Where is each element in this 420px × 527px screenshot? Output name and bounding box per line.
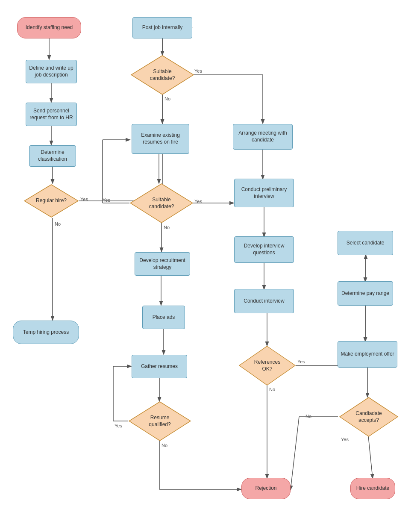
gather-resumes-label: Gather resumes — [141, 363, 178, 370]
rejection-label: Rejection — [255, 485, 276, 492]
suitable1-node: Suitablecandidate? — [130, 55, 194, 95]
label-accepts-no: No — [305, 414, 311, 419]
identify-staffing-node: Identify staffing need — [17, 17, 81, 38]
label-suitable2-no: No — [164, 225, 170, 230]
define-write-node: Define and write up job description — [26, 60, 77, 83]
flowchart: Yes No Yes No Yes Yes No Yes No Yes No Y… — [0, 0, 420, 527]
references-ok-node: ReferencesOK? — [238, 345, 296, 386]
label-ref-yes: Yes — [297, 359, 305, 364]
svg-line-38 — [291, 417, 299, 489]
develop-questions-label: Develop interview questions — [235, 243, 294, 256]
label-resume-yes: Yes — [115, 423, 122, 428]
make-offer-label: Make employment offer — [341, 351, 394, 358]
label-ref-no: No — [269, 387, 275, 392]
conduct-prelim-node: Conduct preliminary interview — [234, 179, 294, 207]
label-suitable2-yes: Yes — [194, 199, 202, 204]
arrange-meeting-node: Arrange meeting with candidate — [233, 124, 293, 150]
resume-qualified-node: Resumequalified? — [128, 401, 191, 442]
conduct-interview-node: Conduct interview — [234, 289, 294, 313]
determine-class-label: Determine classification — [29, 149, 76, 162]
label-resume-no: No — [162, 443, 167, 448]
label-suitable1-yes: Yes — [194, 68, 202, 74]
develop-questions-node: Develop interview questions — [234, 236, 294, 263]
gather-resumes-node: Gather resumes — [132, 355, 187, 378]
place-ads-node: Place ads — [142, 306, 185, 329]
rejection-node: Rejection — [241, 478, 291, 499]
determine-pay-node: Determine pay range — [338, 281, 393, 306]
examine-resumes-node: Examine existing resumes on fire — [132, 124, 189, 154]
post-job-label: Post job internally — [142, 24, 183, 31]
post-job-node: Post job internally — [132, 17, 192, 38]
candidate-accepts-node: Candiadateaccepts? — [339, 397, 399, 437]
hire-candidate-label: Hire candidate — [356, 485, 389, 492]
select-candidate-label: Select candidate — [347, 240, 385, 247]
suitable2-node: Suitablecandidate? — [129, 183, 194, 224]
make-offer-node: Make employment offer — [338, 341, 397, 368]
label-accepts-yes: Yes — [341, 437, 349, 442]
conduct-prelim-label: Conduct preliminary interview — [235, 186, 294, 200]
send-personnel-node: Send personnel request from to HR — [26, 103, 77, 126]
examine-resumes-label: Examine existing resumes on fire — [132, 132, 189, 145]
determine-pay-label: Determine pay range — [341, 290, 389, 297]
label-suitable2-yes-left: Yes — [103, 197, 110, 203]
develop-recruitment-node: Develop recruitment strategy — [135, 252, 190, 276]
define-write-label: Define and write up job description — [26, 65, 76, 78]
arrange-meeting-label: Arrange meeting with candidate — [233, 130, 292, 143]
temp-hiring-node: Temp hiring process — [13, 321, 79, 344]
send-personnel-label: Send personnel request from to HR — [26, 108, 76, 121]
determine-class-node: Determine classification — [29, 145, 76, 167]
conduct-interview-label: Conduct interview — [244, 298, 284, 305]
place-ads-label: Place ads — [153, 314, 175, 321]
identify-staffing-label: Identify staffing need — [26, 24, 73, 31]
svg-line-36 — [368, 436, 373, 478]
temp-hiring-label: Temp hiring process — [23, 329, 69, 336]
select-candidate-node: Select candidate — [338, 231, 393, 255]
label-suitable1-no: No — [164, 96, 170, 101]
label-regular-hire-yes: Yes — [80, 197, 88, 202]
label-regular-hire-no: No — [55, 221, 61, 227]
regular-hire-node: Regular hire? — [23, 184, 79, 218]
develop-recruitment-label: Develop recruitment strategy — [135, 257, 190, 271]
hire-candidate-node: Hire candidate — [350, 478, 395, 499]
